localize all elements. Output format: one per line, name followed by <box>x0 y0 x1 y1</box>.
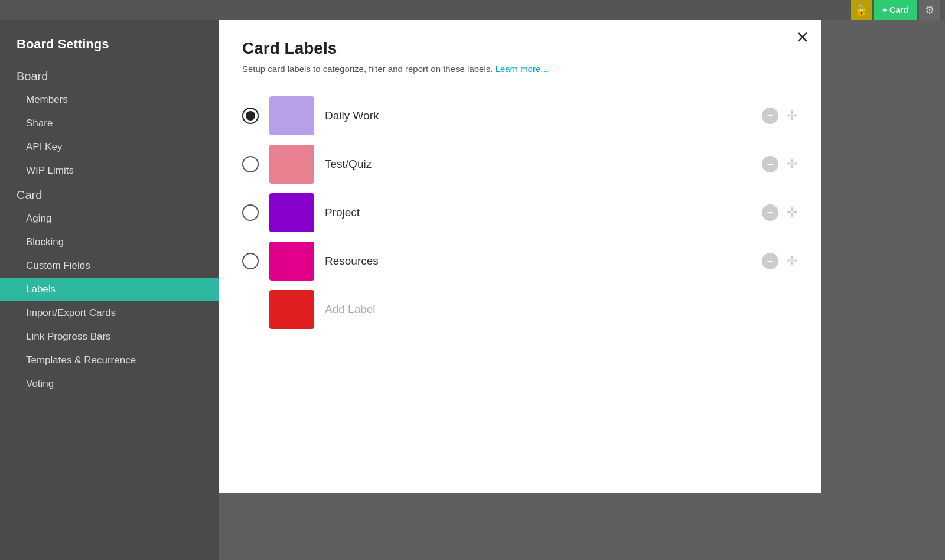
label-actions-resources: − ✛ <box>762 253 797 269</box>
label-swatch-test-quiz[interactable] <box>269 145 314 184</box>
sidebar-item-labels[interactable]: Labels <box>0 278 219 301</box>
settings-icon[interactable]: ⚙ <box>919 0 940 20</box>
modal-description-text: Setup card labels to categorize, filter … <box>242 64 493 74</box>
sidebar-item-link-progress[interactable]: Link Progress Bars <box>0 325 219 349</box>
label-drag-resources[interactable]: ✛ <box>787 253 797 269</box>
label-swatch-daily-work[interactable] <box>269 96 314 135</box>
add-label-placeholder[interactable]: Add Label <box>325 303 797 316</box>
sidebar-title: Board Settings <box>0 37 219 64</box>
minus-icon: − <box>767 256 774 266</box>
label-actions-daily-work: − ✛ <box>762 108 797 124</box>
modal-description: Setup card labels to categorize, filter … <box>242 64 797 74</box>
label-remove-daily-work[interactable]: − <box>762 108 778 124</box>
sidebar-item-aging[interactable]: Aging <box>0 207 219 230</box>
label-actions-test-quiz: − ✛ <box>762 156 797 172</box>
label-radio-test-quiz[interactable] <box>242 156 259 172</box>
top-bar: 🔒 + Card ⚙ <box>850 0 945 20</box>
sidebar-item-share[interactable]: Share <box>0 112 219 135</box>
sidebar-section-card: Card <box>0 183 219 207</box>
sidebar-item-members[interactable]: Members <box>0 88 219 112</box>
label-swatch-project[interactable] <box>269 193 314 232</box>
learn-more-link[interactable]: Learn more... <box>496 64 548 74</box>
sidebar-section-board: Board <box>0 64 219 88</box>
lock-icon: 🔒 <box>850 0 872 20</box>
label-drag-daily-work[interactable]: ✛ <box>787 108 797 123</box>
sidebar-item-blocking[interactable]: Blocking <box>0 230 219 254</box>
modal-overlay: ✕ Card Labels Setup card labels to categ… <box>219 20 945 560</box>
label-drag-test-quiz[interactable]: ✛ <box>787 157 797 172</box>
sidebar-item-api-key[interactable]: API Key <box>0 135 219 159</box>
label-row: Resources − ✛ <box>242 237 797 285</box>
modal-title: Card Labels <box>242 39 797 58</box>
add-label-row[interactable]: Add Label <box>242 285 797 334</box>
label-remove-test-quiz[interactable]: − <box>762 156 778 172</box>
label-drag-project[interactable]: ✛ <box>787 205 797 220</box>
label-list: Daily Work − ✛ Test/Quiz <box>242 92 797 334</box>
minus-icon: − <box>767 110 774 121</box>
sidebar-item-wip-limits[interactable]: WIP Limits <box>0 159 219 183</box>
label-actions-project: − ✛ <box>762 204 797 221</box>
label-name-test-quiz: Test/Quiz <box>325 158 751 171</box>
label-name-project: Project <box>325 206 751 219</box>
label-row: Project − ✛ <box>242 188 797 237</box>
sidebar-item-custom-fields[interactable]: Custom Fields <box>0 254 219 278</box>
label-swatch-resources[interactable] <box>269 242 314 281</box>
sidebar-item-voting[interactable]: Voting <box>0 372 219 396</box>
minus-icon: − <box>767 207 774 218</box>
label-remove-resources[interactable]: − <box>762 253 778 269</box>
label-radio-project[interactable] <box>242 204 259 221</box>
add-card-button[interactable]: + Card <box>874 0 917 20</box>
modal: ✕ Card Labels Setup card labels to categ… <box>219 20 821 493</box>
sidebar-item-import-export[interactable]: Import/Export Cards <box>0 301 219 325</box>
main-layout: Board Settings Board Members Share API K… <box>0 20 945 560</box>
minus-icon: − <box>767 159 774 170</box>
main-content: ✕ Card Labels Setup card labels to categ… <box>219 20 945 560</box>
label-radio-resources[interactable] <box>242 253 259 269</box>
label-name-daily-work: Daily Work <box>325 109 751 122</box>
label-radio-daily-work[interactable] <box>242 108 259 124</box>
label-row: Test/Quiz − ✛ <box>242 140 797 188</box>
modal-close-button[interactable]: ✕ <box>796 30 809 46</box>
label-name-resources: Resources <box>325 255 751 268</box>
sidebar-item-templates[interactable]: Templates & Recurrence <box>0 349 219 372</box>
label-remove-project[interactable]: − <box>762 204 778 221</box>
label-row: Daily Work − ✛ <box>242 92 797 140</box>
sidebar: Board Settings Board Members Share API K… <box>0 20 219 560</box>
add-label-swatch[interactable] <box>269 290 314 329</box>
